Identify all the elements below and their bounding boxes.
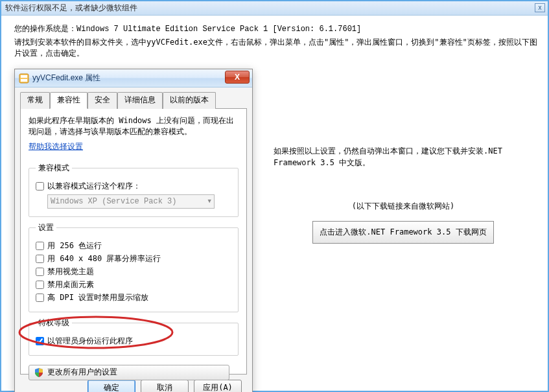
apply-button[interactable]: 应用(A) [194, 380, 242, 392]
group-compat-mode-legend: 兼容模式 [36, 163, 72, 174]
run-as-admin-checkbox[interactable] [36, 337, 44, 345]
tab-general[interactable]: 常规 [20, 92, 50, 109]
help-link[interactable]: 帮助我选择设置 [29, 141, 83, 152]
tab-previous-versions[interactable]: 以前的版本 [163, 92, 216, 109]
properties-body: 常规 兼容性 安全 详细信息 以前的版本 如果此程序在早期版本的 Windows… [15, 87, 252, 392]
outer-window-title: 软件运行权限不足，或者缺少微软组件 [5, 3, 137, 14]
os-value: Windows 7 Ultimate Edition Service Pack … [76, 25, 361, 34]
chk-640x480[interactable] [36, 255, 44, 263]
chk-256color-label: 用 256 色运行 [47, 240, 102, 251]
group-privilege: 特权等级 以管理员身份运行此程序 [29, 317, 239, 356]
chk-dpi-scaling[interactable] [36, 294, 44, 302]
group-compat-mode: 兼容模式 以兼容模式运行这个程序： Windows XP (Service Pa… [29, 163, 239, 217]
svg-rect-2 [21, 79, 27, 82]
svg-rect-1 [21, 75, 27, 78]
group-settings-legend: 设置 [36, 222, 56, 233]
instruction-text: 请找到安装本软件的目标文件夹，选中yyVCFedit.exe文件，右击鼠标，弹出… [14, 37, 540, 59]
tab-bar: 常规 兼容性 安全 详细信息 以前的版本 [20, 91, 247, 109]
compat-mode-checkbox[interactable] [36, 182, 44, 190]
tab-details[interactable]: 详细信息 [117, 92, 163, 109]
tab-security[interactable]: 安全 [88, 92, 117, 109]
group-settings: 设置 用 256 色运行 用 640 x 480 屏幕分辨率运行 禁用视觉主题 … [29, 222, 239, 312]
outer-window: 软件运行权限不足，或者缺少微软组件 x 您的操作系统是：Windows 7 Ul… [0, 0, 549, 392]
compat-mode-combo[interactable]: Windows XP (Service Pack 3) ▼ [47, 194, 215, 209]
right-panel: 如果按照以上设置，仍然自动弹出本窗口，建议您下载并安装.NET Framewor… [274, 145, 533, 244]
change-all-users-button[interactable]: 更改所有用户的设置 [29, 365, 229, 380]
properties-dialog: yyVCFedit.exe 属性 X 常规 兼容性 安全 详细信息 以前的版本 … [14, 69, 253, 392]
chk-desktop-comp-label: 禁用桌面元素 [47, 279, 94, 290]
download-button[interactable]: 点击进入微软.NET Framework 3.5 下载网页 [312, 221, 494, 244]
compat-description: 如果此程序在早期版本的 Windows 上没有问题，而现在出现问题，请选择与该早… [29, 115, 239, 137]
outer-body: 您的操作系统是：Windows 7 Ultimate Edition Servi… [1, 16, 548, 69]
chk-visual-themes[interactable] [36, 268, 44, 276]
chk-256color[interactable] [36, 242, 44, 250]
os-prefix: 您的操作系统是： [14, 24, 76, 33]
close-icon[interactable]: x [535, 3, 545, 12]
os-info-line: 您的操作系统是：Windows 7 Ultimate Edition Servi… [14, 23, 540, 34]
group-privilege-legend: 特权等级 [36, 317, 72, 329]
app-icon [19, 73, 29, 84]
close-icon[interactable]: X [225, 71, 250, 84]
chk-dpi-scaling-label: 高 DPI 设置时禁用显示缩放 [47, 292, 148, 303]
tab-content: 如果此程序在早期版本的 Windows 上没有问题，而现在出现问题，请选择与该早… [20, 109, 247, 375]
run-as-admin-label: 以管理员身份运行此程序 [47, 336, 133, 347]
properties-titlebar[interactable]: yyVCFedit.exe 属性 X [15, 69, 252, 87]
compat-mode-label: 以兼容模式运行这个程序： [47, 181, 141, 192]
chk-desktop-comp[interactable] [36, 281, 44, 289]
change-all-users-label: 更改所有用户的设置 [47, 367, 117, 378]
tab-compatibility[interactable]: 兼容性 [50, 92, 88, 109]
compat-mode-combo-value: Windows XP (Service Pack 3) [51, 197, 176, 206]
properties-title: yyVCFedit.exe 属性 [32, 73, 100, 84]
cancel-button[interactable]: 取消 [141, 380, 189, 392]
shield-icon [34, 368, 43, 377]
right-subnote: (以下下载链接来自微软网站) [274, 201, 533, 212]
chk-640x480-label: 用 640 x 480 屏幕分辨率运行 [47, 253, 161, 264]
chk-visual-themes-label: 禁用视觉主题 [47, 266, 94, 277]
chevron-down-icon: ▼ [208, 198, 211, 205]
outer-titlebar: 软件运行权限不足，或者缺少微软组件 x [1, 1, 548, 16]
right-instruction: 如果按照以上设置，仍然自动弹出本窗口，建议您下载并安装.NET Framewor… [274, 145, 533, 168]
ok-button[interactable]: 确定 [88, 380, 135, 392]
